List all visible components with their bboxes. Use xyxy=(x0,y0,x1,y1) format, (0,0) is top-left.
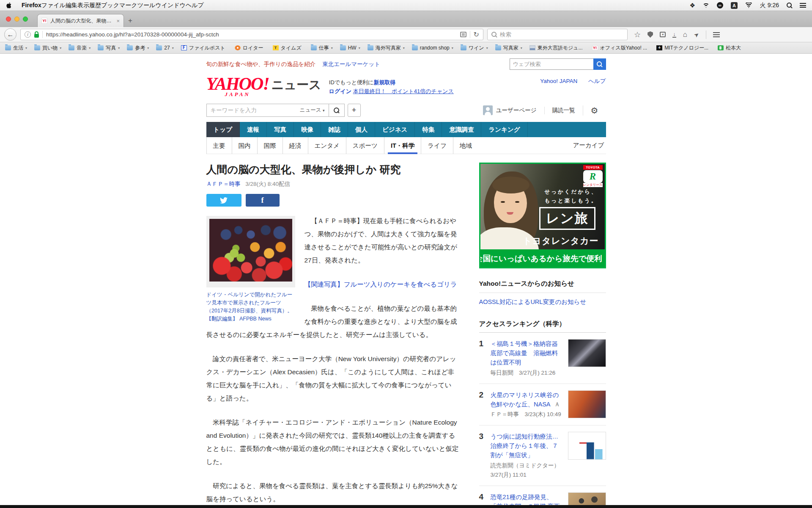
subnav-item[interactable]: スポーツ xyxy=(346,137,384,154)
page-info-icon[interactable]: i xyxy=(25,31,31,38)
reload-icon[interactable]: ↻ xyxy=(474,30,479,39)
shield-icon[interactable] xyxy=(647,31,653,38)
bookmark-item[interactable]: random shop ▾ xyxy=(412,45,453,51)
subnav-item[interactable]: 国際 xyxy=(257,137,283,154)
settings-gear-icon[interactable]: ⚙ xyxy=(583,105,606,116)
browser-search-field[interactable]: 検索 xyxy=(487,29,628,40)
bookmark-item[interactable]: 写真家 ▾ xyxy=(495,44,522,52)
bookmark-item[interactable]: 買い物 ▾ xyxy=(34,44,61,52)
menubar-item[interactable]: ウインドウ xyxy=(155,2,186,8)
bookmark-item[interactable]: 海外写真家 ▾ xyxy=(368,44,405,52)
nav-tab[interactable]: 映像 xyxy=(294,122,321,137)
bookmark-item[interactable]: 参考 ▾ xyxy=(127,44,149,52)
yahoo-japan-link[interactable]: Yahoo! JAPAN xyxy=(540,78,577,84)
subnav-item[interactable]: IT・科学 xyxy=(384,137,421,154)
nav-tab[interactable]: 写真 xyxy=(267,122,294,137)
spotlight-icon[interactable] xyxy=(787,3,792,8)
apple-menu-icon[interactable] xyxy=(6,2,12,9)
minimize-window-button[interactable] xyxy=(14,17,19,22)
fruits-photo[interactable] xyxy=(209,219,292,282)
nav-tab[interactable]: 個人 xyxy=(348,122,375,137)
wifi-icon[interactable] xyxy=(745,3,752,8)
bookmark-item[interactable]: 音楽 ▾ xyxy=(69,44,91,52)
news-search-field[interactable]: ニュース ▾ xyxy=(206,104,329,117)
nav-tab[interactable]: トップ xyxy=(206,122,240,137)
news-search-input[interactable] xyxy=(211,107,296,113)
news-search-button[interactable] xyxy=(329,104,345,117)
ranking-thumbnail[interactable] xyxy=(568,339,606,367)
ranking-link[interactable]: 火星のマリネリス峡谷の色鮮やかな丘、NASA xyxy=(491,392,559,408)
campaign-link[interactable]: 本日最終日！ ポイント41倍のチャンス xyxy=(353,88,454,94)
menubar-clock[interactable]: 火 9:26 xyxy=(760,2,779,9)
bookmark-item[interactable]: HW ▾ xyxy=(340,45,360,51)
back-button[interactable]: ← xyxy=(4,28,16,41)
reader-mode-icon[interactable] xyxy=(460,32,466,37)
web-search-input[interactable] xyxy=(510,58,593,70)
twitter-share-button[interactable] xyxy=(206,194,241,207)
user-page-link[interactable]: ユーザーページ xyxy=(475,105,544,115)
bookmark-item[interactable]: 生活 ▾ xyxy=(5,44,27,52)
bookmark-item[interactable]: 27 ▾ xyxy=(156,45,173,51)
add-tab-button[interactable]: + xyxy=(348,104,361,117)
tab-close-icon[interactable]: × xyxy=(116,18,120,24)
browser-tab[interactable]: Y! 人間の脳の大型化、果物が... × xyxy=(37,14,124,27)
bookmark-item[interactable]: ワイン ▾ xyxy=(461,44,488,52)
close-window-button[interactable] xyxy=(6,17,11,22)
facebook-share-button[interactable]: f xyxy=(246,194,280,207)
subnav-item[interactable]: ライフ xyxy=(421,137,453,154)
bookmark-item[interactable]: 仕事 ▾ xyxy=(311,44,333,52)
menubar-item[interactable]: ツール xyxy=(137,2,156,8)
search-scope-dropdown[interactable]: ニュース ▾ xyxy=(296,107,325,114)
home-icon[interactable]: ⌂ xyxy=(683,30,687,39)
subscriptions-link[interactable]: 購読一覧 xyxy=(544,107,583,114)
source-link[interactable]: ＡＦＰ＝時事 xyxy=(206,181,241,187)
photo-caption-link[interactable]: ドイツ・ベルリンで開かれたフルーツ見本市で展示されたフルーツ（2017年2月8日… xyxy=(206,291,295,323)
yahoo-news-logo[interactable]: YAHOO! JAPAN ニュース xyxy=(206,76,321,98)
notification-center-icon[interactable] xyxy=(800,3,806,8)
nav-tab[interactable]: 特集 xyxy=(415,122,442,137)
ranking-link[interactable]: うつ病に認知行動療法…治療終了から１年後、７割が「無症状」 xyxy=(491,433,559,458)
bookmark-item[interactable]: オフィス版Yahoo! ... xyxy=(592,44,650,52)
menubar-item[interactable]: ヘルプ xyxy=(186,2,204,8)
nav-tab[interactable]: ビジネス xyxy=(375,122,415,137)
bookmark-item[interactable]: ファイルポスト xyxy=(181,44,228,52)
nav-tab[interactable]: 雑誌 xyxy=(321,122,348,137)
dropbox-icon[interactable]: ❖ xyxy=(689,2,695,9)
toyota-rentacar-ad[interactable]: TOYOTA R レンタリース せっかくだから、 もっと楽しもう。 レン旅 トヨ… xyxy=(479,163,606,268)
subnav-item[interactable]: 主要 xyxy=(206,137,232,154)
subnav-item[interactable]: 地域 xyxy=(453,137,478,154)
login-link[interactable]: ログイン xyxy=(329,88,351,94)
promo-link[interactable]: 東北エールマーケット xyxy=(322,61,380,68)
bookmark-item[interactable]: MITテクノロジー... xyxy=(656,44,710,52)
menubar-item[interactable]: ファイル xyxy=(41,2,66,8)
downloads-icon[interactable]: ↓ xyxy=(672,31,676,38)
menubar-item[interactable]: Firefox xyxy=(22,2,41,8)
menu-hamburger-icon[interactable] xyxy=(713,32,720,37)
ranking-link[interactable]: ＜福島１号機＞格納容器底部で高線量 溶融燃料は位置不明 xyxy=(491,340,558,366)
nav-tab[interactable]: ランキング xyxy=(481,122,527,137)
bookmark-item[interactable]: 写真 ▾ xyxy=(98,44,120,52)
secure-lock-icon[interactable] xyxy=(34,34,39,38)
menubar-item[interactable]: ブックマーク xyxy=(101,2,137,8)
archive-link[interactable]: アーカイブ xyxy=(573,141,606,149)
bookmark-item[interactable]: タイムズ xyxy=(273,44,304,52)
bookmark-star-icon[interactable]: ☆ xyxy=(634,30,641,39)
url-text[interactable]: https://headlines.yahoo.co.jp/hl?a=20170… xyxy=(46,31,219,38)
bookmarks-menu-icon[interactable]: ▾ xyxy=(660,32,666,37)
url-bar[interactable]: i https://headlines.yahoo.co.jp/hl?a=201… xyxy=(20,29,483,40)
hotspot-icon[interactable] xyxy=(703,3,709,8)
subnav-item[interactable]: 経済 xyxy=(283,137,308,154)
subnav-item[interactable]: エンタメ xyxy=(308,137,346,154)
share-icon[interactable]: ➤ xyxy=(692,30,700,39)
nav-tab[interactable]: 意識調査 xyxy=(442,122,481,137)
help-link[interactable]: ヘルプ xyxy=(588,78,606,84)
subnav-item[interactable]: 国内 xyxy=(232,137,257,154)
bookmark-item[interactable]: 松本大 xyxy=(718,44,743,52)
ranking-thumbnail[interactable] xyxy=(568,390,606,418)
input-source-icon[interactable]: A xyxy=(731,2,738,9)
menubar-item[interactable]: 表示 xyxy=(77,2,89,8)
new-tab-button[interactable]: + xyxy=(124,15,137,27)
ranking-thumbnail[interactable] xyxy=(568,432,606,460)
nav-tab[interactable]: 速報 xyxy=(240,122,267,137)
menubar-item[interactable]: 編集 xyxy=(66,2,77,8)
